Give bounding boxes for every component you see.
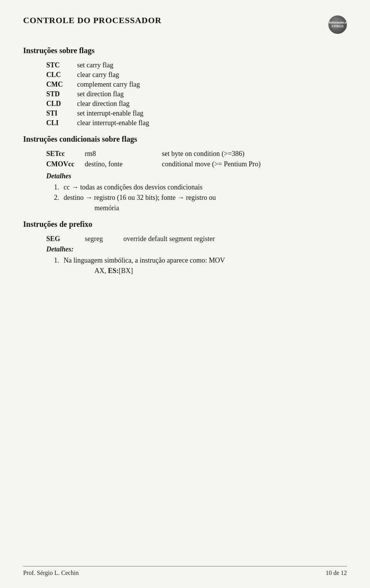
- details-num-1: 1.: [54, 183, 64, 191]
- setcc-arg-cmovcc: destino, fonte: [85, 160, 162, 168]
- setcc-code-cmovcc: CMOVcc: [46, 160, 85, 168]
- instr-desc-std: set direction flag: [77, 90, 124, 98]
- details-num-2: 2.: [54, 194, 64, 202]
- details-text-2-1-cont: AX, ES:[BX]: [94, 267, 347, 275]
- details-list-1: 1. cc → todas as condições dos desvios c…: [54, 183, 347, 212]
- details-item-2: 2. destino → registro (16 ou 32 bits); f…: [54, 194, 347, 202]
- instr-desc-cld: clear direction flag: [77, 100, 130, 108]
- instr-code-sti: STI: [46, 109, 77, 117]
- setcc-meaning-cmovcc: conditional move (>= Pentium Pro): [162, 160, 261, 168]
- cond-instruction-table: SETcc rm8 set byte on condition (>=386) …: [46, 150, 347, 168]
- prefixo-section: Instruções de prefixo SEG segreg overrid…: [23, 220, 347, 275]
- instr-row-cld: CLD clear direction flag: [46, 100, 347, 108]
- details-text-1: cc → todas as condições dos desvios cond…: [64, 183, 202, 191]
- details-item-2-1: 1. Na linguagem simbólica, a instrução a…: [54, 256, 347, 265]
- instr-desc-sti: set interrupt-enable flag: [77, 109, 143, 117]
- setcc-meaning-setcc: set byte on condition (>=386): [162, 150, 244, 158]
- seg-arg: segreg: [85, 235, 123, 243]
- page: Controle do Processador Informática UFRG…: [0, 0, 370, 588]
- instr-code-std: STD: [46, 90, 77, 98]
- instr-code-clc: CLC: [46, 71, 77, 79]
- detalhes-label: Detalhes: [46, 172, 347, 180]
- page-footer: Prof. Sérgio L. Cechin 10 de 12: [23, 566, 347, 576]
- setcc-row-cmovcc: CMOVcc destino, fonte conditional move (…: [46, 160, 347, 168]
- details-item-1: 1. cc → todas as condições dos desvios c…: [54, 183, 347, 191]
- footer-author: Prof. Sérgio L. Cechin: [23, 570, 79, 576]
- instr-code-stc: STC: [46, 61, 77, 69]
- flags-instruction-table: STC set carry flag CLC clear carry flag …: [46, 61, 347, 127]
- instr-row-cli: CLI clear interrupt-enable flag: [46, 119, 347, 127]
- seg-meaning: override default segment register: [123, 235, 215, 243]
- instr-row-cmc: CMC complement carry flag: [46, 80, 347, 89]
- main-content: Instruções sobre flags STC set carry fla…: [23, 46, 347, 275]
- details-text-2: destino → registro (16 ou 32 bits); font…: [64, 194, 216, 202]
- flags-section-title: Instruções sobre flags: [23, 46, 347, 55]
- instr-code-cmc: CMC: [46, 80, 77, 89]
- instr-row-std: STD set direction flag: [46, 90, 347, 98]
- instr-desc-stc: set carry flag: [77, 61, 113, 69]
- seg-code: SEG: [46, 235, 85, 243]
- instr-code-cli: CLI: [46, 119, 77, 127]
- setcc-arg-setcc: rm8: [85, 150, 162, 158]
- instr-desc-cli: clear interrupt-enable flag: [77, 119, 149, 127]
- instr-desc-clc: clear carry flag: [77, 71, 119, 79]
- footer-page: 10 de 12: [326, 570, 347, 576]
- instr-desc-cmc: complement carry flag: [77, 80, 140, 89]
- logo-text: Informática UFRGS: [329, 21, 346, 28]
- cond-section-title: Instruções condicionais sobre flags: [23, 135, 347, 144]
- details-list-2: 1. Na linguagem simbólica, a instrução a…: [54, 256, 347, 275]
- page-title: Controle do Processador: [23, 15, 161, 25]
- bold-es: ES:: [108, 267, 119, 275]
- details-num-2-1: 1.: [54, 256, 64, 265]
- details-text-2-cont: memória: [94, 204, 347, 212]
- instr-code-cld: CLD: [46, 100, 77, 108]
- seg-instruction-row: SEG segreg override default segment regi…: [46, 235, 347, 243]
- setcc-row-setcc: SETcc rm8 set byte on condition (>=386): [46, 150, 347, 158]
- instr-row-sti: STI set interrupt-enable flag: [46, 109, 347, 117]
- details-text-2-1: Na linguagem simbólica, a instrução apar…: [64, 256, 225, 265]
- setcc-code-setcc: SETcc: [46, 150, 85, 158]
- page-header: Controle do Processador Informática UFRG…: [23, 15, 347, 35]
- prefixo-title: Instruções de prefixo: [23, 220, 347, 229]
- instr-row-clc: CLC clear carry flag: [46, 71, 347, 79]
- detalhes-colon: Detalhes:: [46, 245, 347, 253]
- instr-row-stc: STC set carry flag: [46, 61, 347, 69]
- logo-area: Informática UFRGS: [328, 15, 347, 35]
- logo-image: Informática UFRGS: [328, 15, 347, 34]
